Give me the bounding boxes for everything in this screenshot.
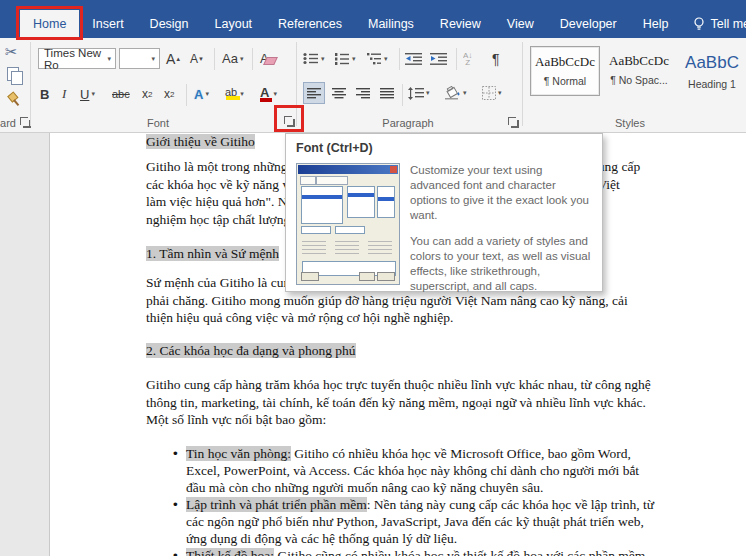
- tab-label: Developer: [560, 17, 617, 31]
- bullet-glyph: •: [173, 547, 186, 556]
- tab-design[interactable]: Design: [137, 10, 202, 38]
- cut-button[interactable]: ✂: [5, 43, 18, 61]
- multilevel-list-button[interactable]: ▾: [366, 48, 388, 69]
- tab-layout[interactable]: Layout: [202, 10, 266, 38]
- font-tooltip: Font (Ctrl+D) Customize your text using …: [285, 133, 603, 292]
- shading-button[interactable]: ▾: [444, 82, 467, 104]
- font-name-combo[interactable]: Times New Ro▾: [38, 48, 116, 69]
- selected-text: Lập trình và phát triển phần mềm: [186, 497, 367, 512]
- doc-line: Giới thiệu về Gitiho: [146, 133, 255, 151]
- superscript-button[interactable]: x2: [164, 82, 174, 106]
- format-painter-icon: [4, 90, 24, 110]
- font-size-combo[interactable]: ▾: [119, 48, 160, 69]
- doc-line: 1. Tầm nhìn và Sứ mệnh: [146, 245, 279, 263]
- underline-button[interactable]: U▾: [80, 82, 95, 106]
- align-center-icon: [332, 87, 346, 99]
- decrease-indent-button[interactable]: [405, 48, 422, 69]
- ribbon: ✂ ard Times New Ro▾ ▾ A▲ A▼ Aa▾ A B I U▾…: [0, 38, 746, 133]
- divider: [402, 84, 403, 106]
- paragraph-dialog-launcher[interactable]: [506, 115, 520, 129]
- paint-bucket-icon: [444, 86, 461, 100]
- align-left-button[interactable]: [303, 82, 325, 104]
- line-spacing-icon: [408, 87, 424, 100]
- tab-review[interactable]: Review: [427, 10, 494, 38]
- bold-button[interactable]: B: [40, 82, 49, 106]
- grow-font-button[interactable]: A▲: [166, 48, 181, 69]
- doc-line: thiện hiệu quả công việc và mở rộng cơ h…: [146, 309, 453, 327]
- divider: [186, 84, 187, 106]
- tab-developer[interactable]: Developer: [547, 10, 630, 38]
- font-name-value: Times New Ro: [44, 47, 115, 71]
- italic-button[interactable]: I: [62, 82, 66, 106]
- doc-text-segment: Gitiho cung cấp hàng trăm khóa học trực …: [146, 377, 651, 392]
- tab-label: Insert: [92, 17, 123, 31]
- doc-text-segment: ứng dụng di động và các hệ thống quản lý…: [186, 531, 457, 546]
- tab-help[interactable]: Help: [630, 10, 682, 38]
- selected-text: Giới thiệu về Gitiho: [146, 134, 255, 149]
- align-center-button[interactable]: [328, 82, 350, 104]
- highlight-box-font-launcher: [274, 105, 304, 132]
- strikethrough-button[interactable]: abc: [112, 82, 130, 106]
- copy-button[interactable]: [7, 67, 19, 81]
- tab-mailings[interactable]: Mailings: [355, 10, 427, 38]
- line-spacing-button[interactable]: ▾: [408, 82, 430, 104]
- divider: [456, 48, 457, 70]
- decrease-indent-icon: [405, 52, 422, 65]
- tab-label: View: [507, 17, 534, 31]
- highlighter-icon: ab: [224, 86, 238, 102]
- group-separator: [522, 42, 523, 126]
- tab-insert[interactable]: Insert: [79, 10, 136, 38]
- tab-label: Home: [33, 17, 66, 31]
- copy-icon: [7, 67, 19, 81]
- clipboard-group-label: ard: [0, 117, 19, 129]
- change-case-button[interactable]: Aa▾: [222, 48, 243, 69]
- selected-text: 2. Các khóa học đa dạng và phong phú: [146, 343, 356, 358]
- doc-bullet-line: •Thiết kế đồ họa: Gitiho cũng có nhiều k…: [146, 547, 645, 556]
- scissors-icon: ✂: [5, 43, 18, 61]
- style-heading-1[interactable]: AaBbC Heading 1: [676, 46, 746, 96]
- tab-tell-me[interactable]: Tell me: [681, 10, 746, 38]
- numbering-button[interactable]: ▾: [334, 48, 356, 69]
- subscript-button[interactable]: x2: [142, 82, 152, 106]
- justify-button[interactable]: [376, 82, 398, 104]
- show-paragraph-marks-button[interactable]: ¶: [492, 48, 500, 69]
- sort-button[interactable]: A↓Z: [463, 48, 472, 69]
- text-effects-button[interactable]: A▾: [194, 82, 209, 106]
- tab-references[interactable]: References: [265, 10, 355, 38]
- bullet-glyph: •: [173, 445, 186, 463]
- style-normal[interactable]: AaBbCcDc ¶ Normal: [530, 46, 600, 96]
- doc-text-segment: Gitiho cũng có nhiều khóa học về thiết k…: [274, 548, 645, 556]
- ribbon-tab-bar: HomeInsertDesignLayoutReferencesMailings…: [0, 0, 746, 38]
- borders-button[interactable]: ▾: [482, 82, 502, 104]
- tooltip-title: Font (Ctrl+D): [296, 141, 373, 155]
- align-right-button[interactable]: [352, 82, 374, 104]
- shrink-font-button[interactable]: A▼: [190, 48, 204, 69]
- multilevel-list-icon: [366, 52, 382, 65]
- style-no-spacing[interactable]: AaBbCcDc ¶ No Spac...: [604, 46, 674, 96]
- bullets-button[interactable]: ▾: [303, 48, 325, 69]
- bullet-list-icon: [303, 52, 319, 65]
- selected-text: Thiết kế đồ họa:: [186, 548, 274, 556]
- tooltip-body: Customize your text using advanced font …: [410, 163, 594, 305]
- tab-home[interactable]: Home: [20, 10, 79, 38]
- word-window: HomeInsertDesignLayoutReferencesMailings…: [0, 0, 746, 556]
- tab-view[interactable]: View: [494, 10, 547, 38]
- font-dialog-thumbnail: [296, 163, 400, 285]
- highlight-color-button[interactable]: ab▾: [224, 82, 244, 106]
- doc-text-segment: đầu mà còn cho những người muốn nâng cao…: [186, 480, 543, 495]
- justify-icon: [380, 87, 394, 99]
- doc-text-segment: Một số lĩnh vực nổi bật bao gồm:: [146, 412, 326, 427]
- tab-label: Review: [440, 17, 481, 31]
- doc-line: Một số lĩnh vực nổi bật bao gồm:: [146, 411, 326, 429]
- format-painter-button[interactable]: [7, 93, 21, 107]
- clear-formatting-button[interactable]: A: [260, 48, 269, 69]
- increase-indent-icon: [430, 52, 447, 65]
- doc-text-segment: Excel, PowerPoint, và Access. Các khóa h…: [186, 463, 639, 478]
- font-color-button[interactable]: A▾: [258, 82, 277, 106]
- doc-text-segment: thông tin, marketing, tài chính, kế toán…: [146, 395, 646, 410]
- pilcrow-icon: ¶: [492, 51, 500, 67]
- font-group-label: Font: [38, 117, 278, 129]
- increase-indent-button[interactable]: [430, 48, 447, 69]
- paragraph-group-label: Paragraph: [300, 117, 516, 129]
- doc-line: 2. Các khóa học đa dạng và phong phú: [146, 342, 356, 360]
